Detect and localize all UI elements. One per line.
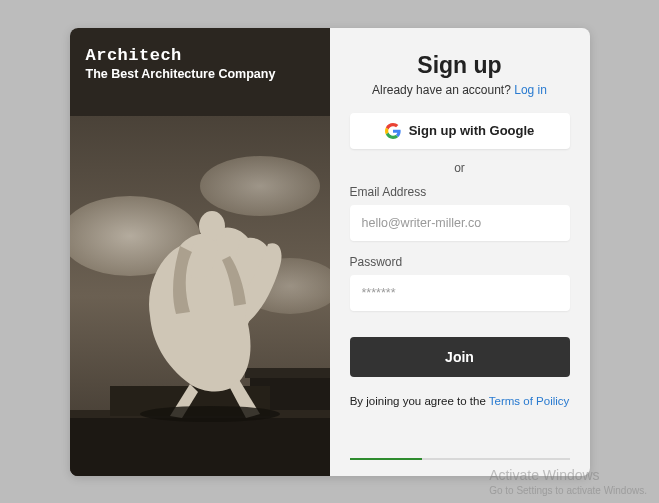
google-signup-button[interactable]: Sign up with Google: [350, 113, 570, 149]
signup-title: Sign up: [350, 52, 570, 79]
signup-card: Architech The Best Architecture Company: [70, 28, 590, 476]
login-link[interactable]: Log in: [514, 83, 547, 97]
svg-point-2: [200, 156, 320, 216]
signup-form-panel: Sign up Already have an account? Log in …: [330, 28, 590, 476]
email-label: Email Address: [350, 185, 570, 199]
hero-statue-image: [70, 116, 330, 476]
terms-text: By joining you agree to the Terms of Poi…: [350, 395, 570, 407]
svg-rect-5: [245, 368, 330, 378]
have-account-text: Already have an account? Log in: [350, 83, 570, 97]
hero-panel: Architech The Best Architecture Company: [70, 28, 330, 476]
email-input[interactable]: [350, 205, 570, 241]
divider-or: or: [350, 161, 570, 175]
password-input[interactable]: [350, 275, 570, 311]
svg-rect-6: [70, 416, 330, 476]
brand-tagline: The Best Architecture Company: [86, 67, 314, 81]
terms-link[interactable]: Terms of Poilicy: [489, 395, 570, 407]
progress-bar: [350, 458, 570, 460]
have-account-prefix: Already have an account?: [372, 83, 514, 97]
progress-fill: [350, 458, 423, 460]
brand-title: Architech: [86, 46, 314, 65]
terms-prefix: By joining you agree to the: [350, 395, 489, 407]
svg-point-10: [140, 406, 280, 422]
password-label: Password: [350, 255, 570, 269]
google-signup-label: Sign up with Google: [409, 123, 535, 138]
watermark-line2: Go to Settings to activate Windows.: [489, 484, 647, 497]
join-button[interactable]: Join: [350, 337, 570, 377]
google-icon: [385, 123, 401, 139]
